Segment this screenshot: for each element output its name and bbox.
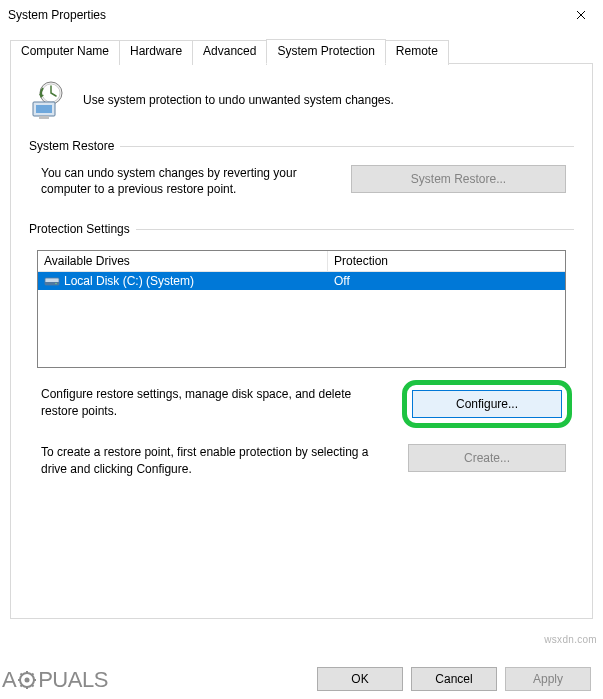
drives-header: Available Drives Protection	[38, 251, 565, 272]
window-title: System Properties	[8, 8, 106, 22]
system-restore-text: You can undo system changes by reverting…	[41, 165, 333, 197]
drives-table: Available Drives Protection Local Disk (…	[37, 250, 566, 368]
watermark-url: wsxdn.com	[544, 634, 597, 645]
tab-hardware[interactable]: Hardware	[119, 40, 193, 65]
gear-icon	[17, 670, 37, 690]
svg-line-14	[21, 674, 23, 676]
tab-strip: Computer Name Hardware Advanced System P…	[10, 38, 593, 64]
protection-settings-legend: Protection Settings	[29, 222, 136, 236]
ok-button[interactable]: OK	[317, 667, 403, 691]
tab-computer-name[interactable]: Computer Name	[10, 40, 120, 65]
cancel-button[interactable]: Cancel	[411, 667, 497, 691]
watermark-logo: A PUALS	[2, 667, 108, 693]
svg-point-7	[55, 283, 57, 285]
tab-remote[interactable]: Remote	[385, 40, 449, 65]
svg-line-17	[32, 674, 34, 676]
system-restore-button: System Restore...	[351, 165, 566, 193]
tab-advanced[interactable]: Advanced	[192, 40, 267, 65]
intro-row: Use system protection to undo unwanted s…	[29, 80, 574, 120]
create-button: Create...	[408, 444, 566, 472]
svg-rect-3	[36, 105, 52, 113]
close-icon	[576, 10, 586, 20]
create-text: To create a restore point, first enable …	[41, 444, 390, 476]
configure-highlight-wrap: Configure...	[408, 386, 566, 422]
configure-button[interactable]: Configure...	[412, 390, 562, 418]
shield-icon	[29, 80, 69, 120]
drive-name: Local Disk (C:) (System)	[64, 274, 194, 288]
titlebar: System Properties	[0, 0, 603, 30]
drive-row[interactable]: Local Disk (C:) (System) Off	[38, 272, 565, 290]
system-restore-legend: System Restore	[29, 139, 120, 153]
svg-rect-4	[39, 116, 49, 119]
svg-line-16	[21, 685, 23, 687]
drive-status: Off	[328, 273, 565, 289]
tabs-area: Computer Name Hardware Advanced System P…	[0, 30, 603, 619]
system-restore-group: System Restore You can undo system chang…	[29, 146, 574, 197]
svg-point-9	[25, 678, 30, 683]
drives-header-available[interactable]: Available Drives	[38, 251, 328, 271]
configure-text: Configure restore settings, manage disk …	[41, 386, 390, 418]
svg-rect-6	[45, 282, 59, 285]
intro-text: Use system protection to undo unwanted s…	[83, 93, 394, 107]
drive-icon	[44, 274, 60, 288]
dialog-buttons: OK Cancel Apply	[317, 667, 591, 691]
protection-settings-group: Protection Settings Available Drives Pro…	[29, 229, 574, 476]
drives-header-protection[interactable]: Protection	[328, 251, 565, 271]
close-button[interactable]	[558, 1, 603, 29]
tab-system-protection[interactable]: System Protection	[266, 39, 385, 64]
svg-line-15	[32, 685, 34, 687]
tab-content: Use system protection to undo unwanted s…	[10, 64, 593, 619]
apply-button: Apply	[505, 667, 591, 691]
